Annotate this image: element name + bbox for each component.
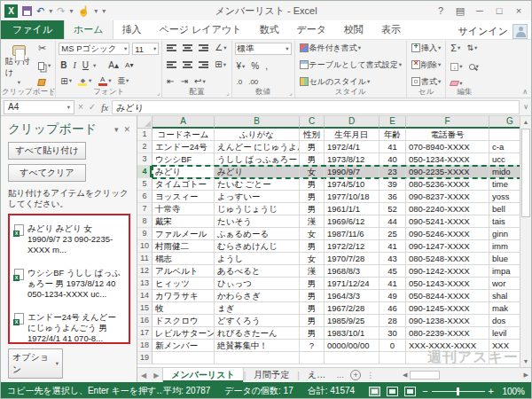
pane-menu-icon[interactable]: ▾	[114, 125, 119, 134]
cell[interactable]: 1974/5/10	[325, 178, 379, 191]
zoom-in-button[interactable]: +	[489, 387, 494, 396]
name-box[interactable]: A4▾	[4, 100, 74, 114]
cell[interactable]: 男	[300, 302, 325, 315]
cell[interactable]: 男	[300, 278, 325, 290]
find-select-button[interactable]: ▾	[467, 63, 481, 71]
percent-format-button[interactable]: %	[249, 61, 261, 72]
cancel-entry-icon[interactable]: ×	[78, 102, 83, 112]
align-right-button[interactable]	[197, 60, 210, 69]
font-size-combo[interactable]: 11▾	[132, 43, 159, 55]
cell[interactable]: 23	[379, 166, 406, 178]
cell[interactable]: 性別	[300, 129, 325, 141]
row-header-18[interactable]: 18	[137, 340, 153, 352]
ribbon-display-options-button[interactable]: ▤	[451, 5, 469, 17]
cell[interactable]: 女	[300, 228, 325, 240]
cell[interactable]: 40	[379, 153, 406, 166]
scroll-up-icon[interactable]: ▲	[520, 116, 531, 128]
cell[interactable]: 漢	[300, 215, 325, 228]
cell[interactable]: タイムゴトー	[153, 178, 215, 191]
cell[interactable]: 090-8237-XXXX	[406, 191, 489, 203]
wrap-text-button[interactable]: ↩▾	[192, 76, 207, 87]
sheet-tab-0[interactable]: メンバーリスト	[162, 368, 243, 382]
cell[interactable]: どすくろう	[215, 315, 300, 327]
sheet-tab-1[interactable]: 月間予定	[246, 368, 297, 382]
cell[interactable]: 電話番号	[406, 129, 489, 141]
tab-split-handle[interactable]: ⋮	[364, 371, 376, 379]
redo-icon[interactable]: ↷	[57, 6, 65, 16]
cell[interactable]: 1977/10/18	[325, 191, 379, 203]
ribbon-tab-3[interactable]: ページ レイアウト	[151, 20, 251, 39]
cell[interactable]: 44	[379, 215, 406, 228]
row-header-2[interactable]: 2	[137, 141, 153, 153]
format-painter-button[interactable]	[36, 78, 52, 87]
cell[interactable]: 050-1243-XXXX	[406, 278, 489, 290]
copy-button[interactable]: ▾	[36, 61, 52, 71]
align-top-button[interactable]	[165, 43, 178, 52]
cell[interactable]: 090-2235-XXXX	[406, 166, 489, 178]
sort-filter-button[interactable]: ⇅▾	[465, 43, 479, 53]
delete-cells-button[interactable]: 削除▾	[410, 59, 442, 70]
cell[interactable]: じゅうじょうじ	[215, 203, 300, 215]
cell[interactable]: 1961/1/1	[325, 203, 379, 215]
row-header-3[interactable]: 3	[137, 153, 153, 166]
cell[interactable]: まぎ	[215, 302, 300, 315]
column-header-D[interactable]: D	[325, 116, 379, 129]
customize-qat-icon[interactable]: ▾	[102, 7, 106, 15]
increase-indent-button[interactable]: ⇥	[179, 76, 190, 87]
cell[interactable]: えんどー にじゅうよんごう	[215, 141, 300, 153]
cell[interactable]: 1990/9/7	[325, 166, 379, 178]
cell[interactable]: 49	[379, 290, 406, 302]
cell[interactable]: 090-5241-XXXX	[406, 215, 489, 228]
cell[interactable]: 080-2239-XXXX	[406, 327, 489, 340]
cell[interactable]: カワラサキ	[153, 290, 215, 302]
column-header-F[interactable]: F	[406, 116, 489, 129]
row-header-1[interactable]: 1	[137, 129, 153, 141]
column-header-E[interactable]: E	[379, 116, 406, 129]
underline-button[interactable]: U	[81, 60, 90, 71]
align-bottom-button[interactable]	[197, 43, 210, 52]
cell-styles-button[interactable]: セルのスタイル▾	[298, 76, 404, 87]
clear-button[interactable]: ▾	[449, 80, 464, 88]
currency-format-button[interactable]: ¥▾	[235, 61, 247, 72]
cut-icon[interactable]: ✂	[38, 43, 46, 53]
cell[interactable]: 43	[379, 253, 406, 265]
normal-view-button[interactable]	[369, 387, 380, 396]
cell[interactable]: 41	[379, 240, 406, 253]
save-icon[interactable]	[22, 6, 32, 16]
cell[interactable]: 46	[379, 302, 406, 315]
decrease-indent-button[interactable]: ⇤	[165, 76, 176, 87]
cell[interactable]	[300, 352, 325, 364]
ribbon-tab-4[interactable]: 数式	[250, 20, 287, 39]
increase-font-button[interactable]: A▴	[106, 60, 121, 71]
row-header-15[interactable]: 15	[137, 302, 153, 315]
conditional-formatting-button[interactable]: 条件付き書式▾	[298, 43, 404, 53]
format-as-table-button[interactable]: テーブルとして書式設定▾	[298, 59, 404, 70]
cell[interactable]: 1973/8/12	[325, 153, 379, 166]
undo-dropdown-icon[interactable]: ▾	[49, 7, 52, 15]
sheet-tab-2[interactable]: え…	[300, 368, 333, 382]
cell[interactable]: うしし ばっふぁろー	[215, 153, 300, 166]
page-break-view-button[interactable]	[404, 387, 416, 396]
more-sheets-icon[interactable]: …	[333, 371, 347, 379]
cell[interactable]: 女	[300, 253, 325, 265]
pane-close-icon[interactable]: ✕	[123, 125, 130, 134]
cell[interactable]: ようし	[215, 253, 300, 265]
cell[interactable]: 1967/2/28	[325, 302, 379, 315]
ribbon-tab-5[interactable]: データ	[287, 20, 335, 39]
row-header-16[interactable]: 16	[137, 315, 153, 327]
phonetic-guide-button[interactable]: 亜▾	[115, 76, 130, 86]
row-header-17[interactable]: 17	[137, 327, 153, 340]
cell[interactable]: 0	[379, 340, 406, 352]
cell[interactable]	[325, 352, 379, 364]
row-header-5[interactable]: 5	[137, 178, 153, 191]
select-all-corner[interactable]	[137, 116, 153, 129]
cell[interactable]: コードネーム	[153, 129, 215, 141]
cell[interactable]: 1985/9/25	[325, 315, 379, 327]
number-dialog-launcher[interactable]: ⌟	[289, 90, 292, 97]
orientation-button[interactable]: ∠▾	[213, 43, 228, 53]
cell[interactable]: 25	[379, 228, 406, 240]
autosum-button[interactable]: Σ▾	[449, 43, 462, 54]
cell[interactable]: 080-5236-XXXX	[406, 178, 489, 191]
cell[interactable]: 男	[300, 315, 325, 327]
zoom-out-button[interactable]: −	[422, 387, 427, 396]
